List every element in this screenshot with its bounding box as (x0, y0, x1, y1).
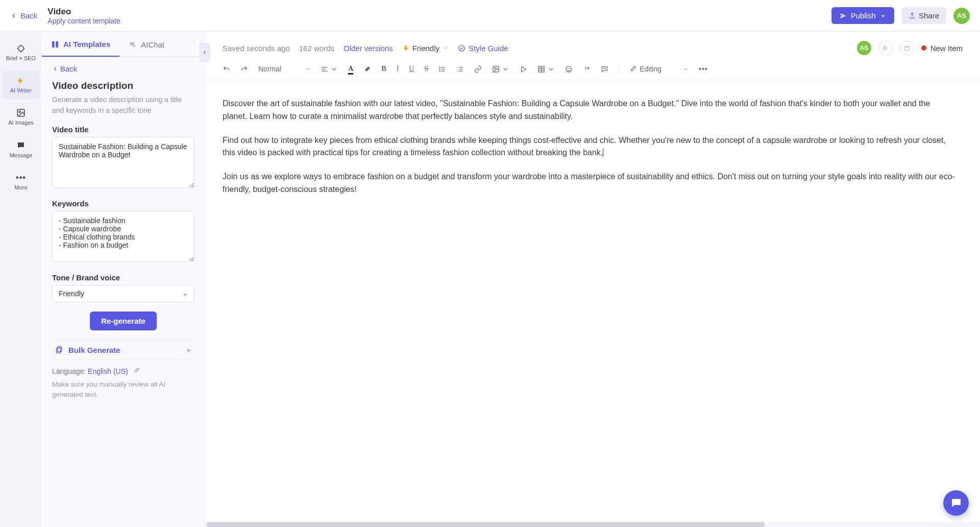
mic-icon (402, 44, 409, 52)
sidebar: AI Templates AIChat Back Video descripti… (42, 32, 205, 527)
ai-warning-text: Make sure you manually review all AI gen… (52, 379, 194, 400)
svg-point-27 (439, 70, 440, 71)
tone-selector[interactable]: Friendly (402, 44, 449, 53)
sidebar-description: Generate a video description using a tit… (52, 94, 194, 116)
clear-format-button[interactable]: T (583, 65, 591, 73)
svg-rect-10 (58, 347, 62, 351)
align-button[interactable] (321, 65, 338, 73)
svg-point-44 (566, 66, 572, 71)
video-button[interactable] (520, 65, 527, 73)
italic-button[interactable]: I (397, 65, 399, 73)
rail-label: More (14, 184, 27, 191)
rail-label: AI Writer (10, 87, 32, 94)
rail-item-ai-writer[interactable]: AI Writer (2, 71, 40, 99)
status-chip[interactable]: New Item (921, 44, 963, 53)
svg-point-15 (884, 46, 886, 48)
sidebar-back-button[interactable]: Back (52, 64, 194, 73)
svg-marker-39 (522, 66, 526, 71)
add-collaborator-button[interactable] (878, 41, 893, 55)
back-label: Back (20, 11, 37, 20)
svg-point-14 (459, 45, 464, 51)
share-label: Share (919, 11, 939, 20)
editor-pane: Saved seconds ago 162 words Older versio… (205, 32, 980, 527)
text-color-button[interactable]: A (348, 65, 353, 73)
link-button[interactable] (474, 65, 482, 73)
keywords-input[interactable] (52, 211, 194, 262)
page-title: Video (47, 7, 120, 17)
svg-point-46 (570, 68, 570, 68)
keywords-label: Keywords (52, 199, 194, 208)
comment-button[interactable] (601, 65, 608, 73)
saved-status: Saved seconds ago (223, 44, 290, 53)
paragraph: Find out how to integrate key pieces fro… (223, 134, 955, 160)
video-title-input[interactable] (52, 137, 194, 188)
bold-button[interactable]: B (381, 65, 386, 73)
underline-button[interactable]: U (409, 65, 414, 73)
rail-item-more[interactable]: ••• More (2, 168, 40, 196)
collapse-sidebar-button[interactable] (199, 43, 210, 62)
calendar-placeholder-button[interactable] (900, 41, 914, 55)
video-title-label: Video title (52, 125, 194, 134)
svg-point-26 (439, 68, 440, 69)
highlight-button[interactable] (363, 65, 371, 73)
rail-label: Message (10, 152, 33, 159)
svg-point-45 (568, 68, 569, 68)
numbered-list-button[interactable]: 123 (456, 65, 464, 73)
svg-point-25 (439, 67, 440, 67)
paragraph: Discover the art of sustainable fashion … (223, 98, 955, 123)
app-header: Back Video Apply content template Publis… (0, 0, 980, 32)
rail-label: Brief + SEO (6, 55, 36, 62)
avatar[interactable]: AS (953, 8, 970, 24)
tab-ai-chat[interactable]: AIChat (119, 32, 174, 57)
word-count: 162 words (299, 44, 334, 53)
chevron-right-icon: ▸ (187, 345, 191, 354)
svg-rect-18 (904, 46, 909, 50)
avatar-small[interactable]: AS (857, 41, 871, 55)
paragraph-style-select[interactable]: Normal (258, 65, 310, 73)
bulk-generate-button[interactable]: Bulk Generate ▸ (52, 340, 194, 360)
emoji-button[interactable] (565, 65, 573, 73)
tone-select[interactable]: Friendly (52, 285, 194, 302)
undo-button[interactable] (223, 65, 230, 73)
document-body[interactable]: Discover the art of sustainable fashion … (205, 80, 980, 527)
svg-rect-11 (57, 348, 61, 353)
share-button[interactable]: Share (901, 7, 946, 24)
horizontal-scrollbar[interactable] (205, 522, 980, 527)
left-rail: Brief + SEO AI Writer AI Images Message … (0, 32, 42, 527)
paragraph: Join us as we explore ways to embrace fa… (223, 171, 955, 196)
svg-point-38 (495, 67, 496, 69)
back-button[interactable]: Back (10, 11, 37, 20)
language-line: Language: English (US) (52, 367, 194, 375)
svg-point-1 (18, 46, 24, 52)
regenerate-button[interactable]: Re-generate (90, 312, 157, 330)
svg-rect-8 (52, 41, 55, 47)
status-dot-icon (921, 45, 926, 51)
table-button[interactable] (537, 65, 555, 73)
rail-item-brief-seo[interactable]: Brief + SEO (2, 39, 40, 67)
style-guide-link[interactable]: Style Guide (458, 44, 508, 53)
chat-fab-button[interactable] (943, 490, 969, 516)
rail-item-message[interactable]: Message (2, 136, 40, 164)
edit-language-icon[interactable] (133, 367, 140, 375)
older-versions-link[interactable]: Older versions (344, 44, 393, 53)
svg-rect-9 (56, 41, 58, 47)
editing-mode-select[interactable]: Editing (629, 65, 689, 73)
apply-template-link[interactable]: Apply content template (47, 17, 120, 25)
svg-point-7 (19, 111, 20, 113)
tab-ai-templates[interactable]: AI Templates (42, 32, 119, 57)
strikethrough-button[interactable]: S (424, 65, 428, 73)
rail-item-ai-images[interactable]: AI Images (2, 103, 40, 131)
tone-label: Tone / Brand voice (52, 273, 194, 282)
sidebar-heading: Video description (52, 80, 194, 91)
image-button[interactable] (492, 65, 509, 73)
redo-button[interactable] (240, 65, 248, 73)
svg-text:T: T (584, 66, 587, 71)
svg-text:3: 3 (457, 69, 458, 72)
publish-label: Publish (851, 11, 876, 20)
rail-label: AI Images (8, 119, 34, 126)
title-block: Video Apply content template (47, 7, 120, 25)
language-link[interactable]: English (US) (88, 367, 128, 375)
more-toolbar-button[interactable]: ••• (699, 65, 708, 73)
bullet-list-button[interactable] (438, 65, 446, 73)
publish-button[interactable]: Publish (831, 7, 894, 24)
